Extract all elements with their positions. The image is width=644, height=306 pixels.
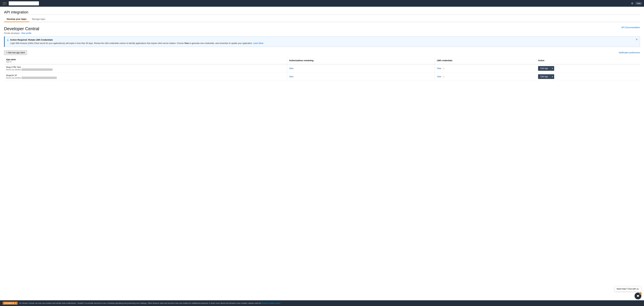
cookie-text: On Vendor Central, we only use cookies a… (19, 302, 641, 304)
lwa-view-link[interactable]: View (437, 67, 441, 70)
table-toolbar: + Add new app client Notification prefer… (4, 50, 640, 55)
alert-title: Action Required: Rotate LWA Credentials (10, 39, 264, 41)
chat-icon: 💬 (636, 295, 639, 297)
learn-more-link[interactable]: Learn More (253, 42, 264, 44)
chat-bubble: Need help? Chat with us. (614, 286, 641, 292)
col-header-authorizations: Authorisations remaining (287, 57, 435, 64)
developer-central-section: Developer Central API Documentation Priv… (4, 22, 640, 84)
gear-icon[interactable]: ⚙ (631, 2, 634, 5)
app-id-text: amzn1.sp.solution.1a3f7ba 9b1c 4a1d 8aa5… (6, 68, 285, 71)
add-new-app-button[interactable]: + Add new app client (4, 50, 27, 55)
table-row: ShopCtrl 1P amzn1.sp.solution.8bee25b a4… (4, 73, 640, 81)
info-icon: ℹ (8, 39, 8, 42)
tabs: Develop your Apps Manage Apps (4, 16, 640, 22)
logo: amazon vendor central europe (2, 1, 7, 6)
app-id-blurred: 8bee25b a4b3 4391 b1e8 1de8885b1ee2 (22, 77, 57, 79)
help-button[interactable]: Help (636, 2, 642, 5)
warning-icon: ⚠ (442, 75, 445, 78)
app-name-cell: ShopCtrl 1P amzn1.sp.solution.8bee25b a4… (4, 73, 287, 81)
page-title: API integration (4, 10, 640, 15)
app-id-blurred: 1a3f7ba 9b1c 4a1d 8aa5 9aa6f1ba8 (22, 68, 52, 71)
chat-badge: ? (639, 292, 642, 295)
lwa-cell: View ⚠ (437, 75, 534, 78)
col-header-action: Action (536, 57, 640, 64)
search-input[interactable] (9, 1, 39, 5)
notification-preferences-link[interactable]: Notification preferences (619, 51, 640, 54)
main-content: API integration Develop your Apps Manage… (0, 7, 644, 301)
edit-app-button[interactable]: Edit App (538, 66, 550, 71)
developer-central-title: Developer Central (4, 26, 39, 31)
alert-body: Login With Amazon (LWA) Client secret fo… (10, 42, 264, 45)
lwa-credentials-cell: View ⚠ (435, 73, 536, 81)
private-developer-label: Private developer (4, 32, 20, 34)
action-button-group: Edit App ▾ (538, 74, 638, 79)
feedback-badge: FEEDBACK ✕ (3, 302, 18, 305)
lwa-view-link[interactable]: View (437, 75, 441, 78)
edit-app-dropdown-button[interactable]: ▾ (550, 66, 554, 71)
feedback-close-icon[interactable]: ✕ (15, 302, 16, 304)
app-name-text: ShopCtrl 1P (6, 74, 285, 77)
tab-develop[interactable]: Develop your Apps (4, 16, 29, 22)
alert-content: Action Required: Rotate LWA Credentials … (10, 39, 264, 45)
amazon-logo-icon: amazon vendor central europe (2, 1, 7, 6)
api-documentation-link[interactable]: API Documentation (621, 26, 640, 29)
feedback-label: FEEDBACK (4, 302, 14, 304)
svg-text:europe: europe (3, 5, 5, 5)
auth-view-link[interactable]: View (289, 75, 294, 78)
auth-remaining-cell: View (287, 64, 435, 73)
auth-remaining-cell: View (287, 73, 435, 81)
lwa-cell: View ⚠ (437, 67, 534, 70)
svg-text:vendor central: vendor central (3, 3, 7, 4)
chat-widget: Need help? Chat with us. 💬 ? (614, 286, 641, 299)
cookie-banner: FEEDBACK ✕ On Vendor Central, we only us… (0, 300, 644, 306)
app-id-text: amzn1.sp.solution.8bee25b a4b3 4391 b1e8… (6, 77, 285, 79)
alert-banner: ℹ Action Required: Rotate LWA Credential… (4, 36, 640, 47)
alert-body-text: Login With Amazon (LWA) Client secret fo… (10, 42, 184, 44)
col-header-app-name: App name App ID (4, 57, 287, 64)
action-cell: Edit App ▾ (536, 73, 640, 81)
tab-manage[interactable]: Manage Apps (29, 16, 48, 22)
app-name-text: Shop CTRL Test (6, 66, 285, 68)
table-row: Shop CTRL Test amzn1.sp.solution.1a3f7ba… (4, 64, 640, 73)
col-header-lwa-credentials: LWA credentials (435, 57, 536, 64)
chat-button[interactable]: 💬 ? (634, 293, 641, 299)
amazon-cookies-link[interactable]: Amazon cookies notice (262, 302, 280, 304)
auth-view-link[interactable]: View (289, 67, 294, 70)
private-dev-row: Private developer View profile (4, 32, 640, 34)
action-cell: Edit App ▾ (536, 64, 640, 73)
developer-central-header: Developer Central API Documentation (4, 26, 640, 31)
view-profile-link[interactable]: View profile (21, 32, 32, 34)
warning-icon: ⚠ (442, 67, 445, 70)
alert-body-after: to generate new credentials, and remembe… (189, 42, 253, 44)
alert-bold-word: View (184, 42, 189, 44)
app-name-cell: Shop CTRL Test amzn1.sp.solution.1a3f7ba… (4, 64, 287, 73)
edit-app-button[interactable]: Edit App (538, 74, 550, 79)
navbar: amazon vendor central europe ⚙ Help (0, 0, 644, 7)
action-button-group: Edit App ▾ (538, 66, 638, 71)
lwa-credentials-cell: View ⚠ (435, 64, 536, 73)
svg-text:amazon: amazon (3, 2, 7, 3)
alert-close-button[interactable]: ✕ (636, 38, 638, 41)
edit-app-dropdown-button[interactable]: ▾ (550, 74, 554, 79)
navbar-right: ⚙ Help (629, 2, 642, 5)
app-table: App name App ID Authorisations remaining… (4, 57, 640, 81)
